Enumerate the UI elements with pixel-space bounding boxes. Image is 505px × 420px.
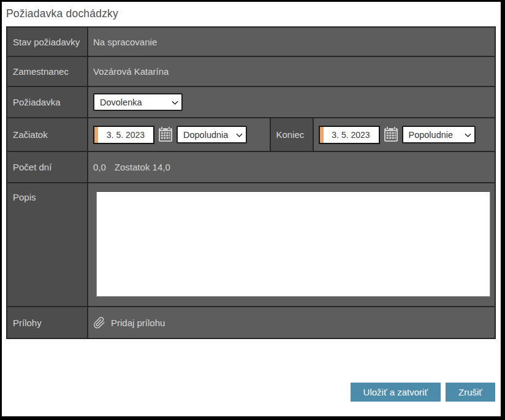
end-calendar-button[interactable]: [384, 126, 398, 143]
row-attachments: Prílohy Pridaj prílohu: [7, 307, 495, 338]
start-daypart-select[interactable]: Dopoludnia: [177, 126, 247, 143]
start-date-input[interactable]: [98, 127, 153, 143]
row-employee: Zamestnanec Vozárová Katarína: [7, 57, 495, 87]
employee-label: Zamestnanec: [7, 57, 88, 86]
end-daypart-select[interactable]: Popoludnie: [402, 126, 476, 143]
description-textarea[interactable]: [96, 191, 490, 297]
add-attachment-link[interactable]: Pridaj prílohu: [93, 316, 165, 329]
start-calendar-button[interactable]: [158, 126, 173, 143]
calendar-icon: [384, 126, 398, 143]
row-request-type: Požiadavka Dovolenka: [7, 87, 495, 118]
dialog-button-bar: Uložiť a zatvoriť Zrušiť: [6, 383, 495, 402]
end-date-input[interactable]: [324, 127, 379, 143]
row-days-count: Počet dní 0,0 Zostatok 14,0: [7, 152, 495, 183]
attachments-cell: Pridaj prílohu: [88, 307, 495, 338]
request-type-select[interactable]: Dovolenka: [93, 93, 183, 111]
days-count-value: 0,0: [93, 162, 106, 172]
start-cell: Dopoludnia: [88, 118, 270, 151]
start-label: Začiatok: [7, 118, 88, 151]
end-cell: Popoludnie: [314, 118, 495, 151]
attendance-request-dialog: Požiadavka dochádzky Stav požiadavky Na …: [0, 0, 505, 420]
paperclip-icon: [93, 316, 105, 329]
row-description: Popis: [7, 183, 495, 307]
attachments-label: Prílohy: [7, 307, 88, 338]
page-title: Požiadavka dochádzky: [6, 7, 501, 20]
description-cell: [88, 183, 495, 306]
attendance-request-form: Stav požiadavky Na spracovanie Zamestnan…: [6, 26, 496, 339]
description-label: Popis: [7, 183, 88, 306]
request-type-cell: Dovolenka: [88, 87, 495, 117]
calendar-icon: [158, 126, 173, 143]
row-status: Stav požiadavky Na spracovanie: [7, 28, 495, 57]
cancel-button[interactable]: Zrušiť: [446, 383, 495, 402]
request-type-label: Požiadavka: [7, 87, 88, 117]
end-label: Koniec: [270, 118, 314, 151]
end-date-field: [319, 126, 380, 144]
days-balance: Zostatok 14,0: [115, 162, 170, 172]
status-value: Na spracovanie: [88, 28, 495, 56]
save-and-close-button[interactable]: Uložiť a zatvoriť: [351, 383, 441, 402]
row-dates: Začiatok: [7, 118, 495, 152]
status-label: Stav požiadavky: [7, 28, 88, 56]
days-count-cell: 0,0 Zostatok 14,0: [88, 152, 495, 182]
days-count-label: Počet dní: [7, 152, 88, 182]
start-date-field: [93, 126, 154, 144]
add-attachment-label: Pridaj prílohu: [111, 318, 165, 328]
employee-value: Vozárová Katarína: [88, 57, 495, 86]
